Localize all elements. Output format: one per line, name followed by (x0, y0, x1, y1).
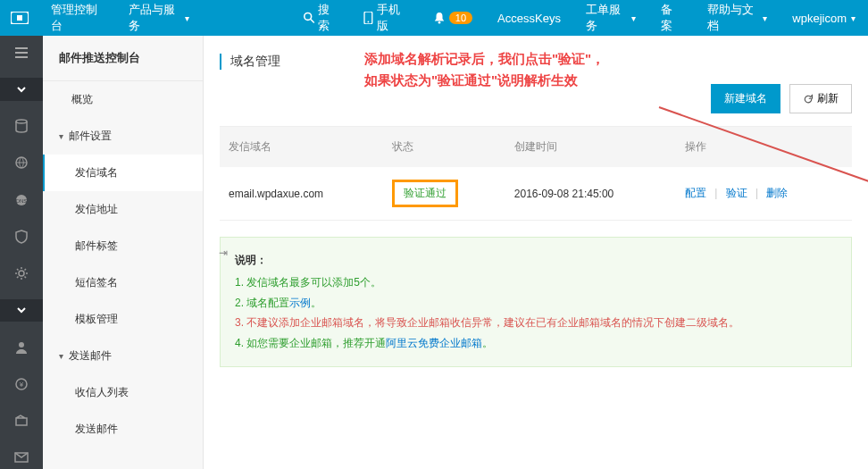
iconbar-gear[interactable] (0, 263, 43, 285)
bell-icon (433, 12, 446, 24)
svg-line-3 (311, 20, 314, 23)
global-iconbar: DNS ¥ (0, 36, 43, 469)
svg-point-12 (19, 342, 24, 348)
nav-help-label: 帮助与文档 (707, 2, 759, 34)
nav-accesskeys[interactable]: AccessKeys (485, 0, 573, 36)
sidebar-item-sender-address[interactable]: 发信地址 (43, 191, 203, 228)
notice-panel: ⇥ 说明： 1. 发信域名最多可以添加5个。 2. 域名配置示例。 3. 不建议… (220, 237, 852, 367)
page-title: 域名管理 (220, 54, 280, 70)
caret-down-icon: ▾ (851, 13, 855, 23)
nav-products-label: 产品与服务 (129, 2, 180, 34)
sidebar-item-sender-domain[interactable]: 发信域名 (43, 155, 203, 191)
iconbar-shield[interactable] (0, 225, 43, 247)
svg-text:DNS: DNS (16, 198, 28, 204)
nav-search-label: 搜索 (318, 2, 338, 34)
th-created: 创建时间 (505, 127, 676, 168)
main-content: 域名管理 添加域名解析记录后，我们点击"验证"， 如果状态为"验证通过"说明解析… (204, 36, 868, 469)
svg-point-5 (368, 21, 370, 23)
nav-user[interactable]: wpkejicom▾ (780, 0, 868, 36)
notice-line-2: 2. 域名配置示例。 (235, 293, 837, 314)
op-config[interactable]: 配置 (685, 187, 706, 199)
sidebar-item-template[interactable]: 模板管理 (43, 301, 203, 338)
sidebar-item-sms-sign[interactable]: 短信签名 (43, 264, 203, 301)
cell-domain: email.wpdaxue.com (220, 167, 383, 221)
op-verify[interactable]: 验证 (726, 187, 747, 199)
sidebar-item-mail-settings[interactable]: ▾邮件设置 (43, 118, 203, 155)
phone-icon (363, 12, 373, 24)
status-badge: 验证通过 (392, 180, 458, 207)
cell-created: 2016-09-08 21:45:00 (505, 167, 676, 221)
sidebar-item-recipient-list[interactable]: 收信人列表 (43, 374, 203, 411)
domain-table: 发信域名 状态 创建时间 操作 email.wpdaxue.com 验证通过 2… (220, 126, 852, 221)
caret-down-icon: ▾ (59, 351, 63, 361)
sidebar-item-send-mail-sub[interactable]: 发送邮件 (43, 411, 203, 448)
nav-help[interactable]: 帮助与文档▾ (695, 0, 780, 36)
op-delete[interactable]: 删除 (766, 187, 788, 199)
search-icon (304, 12, 315, 24)
notice-example-link[interactable]: 示例 (289, 297, 311, 309)
sidebar-item-mail-tag[interactable]: 邮件标签 (43, 228, 203, 264)
nav-beian[interactable]: 备案 (648, 0, 695, 36)
annotation-overlay: 添加域名解析记录后，我们点击"验证"， 如果状态为"验证通过"说明解析生效 (364, 48, 605, 91)
refresh-icon (803, 94, 814, 105)
notice-line-3: 3. 不建议添加企业邮箱域名，将导致企业邮箱收信异常，建议在已有企业邮箱域名的情… (235, 313, 837, 333)
iconbar-user[interactable] (0, 336, 43, 358)
sidebar-title: 邮件推送控制台 (43, 36, 203, 81)
notice-aliyun-link[interactable]: 阿里云免费企业邮箱 (386, 337, 482, 349)
nav-notifications[interactable]: 10 (421, 0, 485, 36)
table-row: email.wpdaxue.com 验证通过 2016-09-08 21:45:… (220, 167, 852, 221)
nav-user-label: wpkejicom (792, 12, 847, 25)
iconbar-collapse[interactable] (0, 78, 43, 100)
caret-down-icon: ▾ (763, 13, 767, 23)
caret-down-icon: ▾ (631, 13, 636, 23)
new-domain-button[interactable]: 新建域名 (711, 84, 780, 113)
nav-tickets[interactable]: 工单服务▾ (573, 0, 648, 36)
nav-mobile-label: 手机版 (377, 2, 408, 34)
caret-down-icon: ▾ (59, 131, 63, 141)
sidebar-item-send-mail[interactable]: ▾发送邮件 (43, 338, 203, 374)
th-ops: 操作 (676, 127, 852, 168)
th-status: 状态 (383, 127, 505, 168)
th-domain: 发信域名 (220, 127, 383, 168)
iconbar-menu[interactable] (0, 41, 43, 63)
notif-badge: 10 (449, 12, 472, 24)
refresh-button[interactable]: 刷新 (789, 84, 852, 113)
iconbar-globe[interactable] (0, 152, 43, 174)
svg-point-7 (16, 120, 27, 123)
nav-mobile[interactable]: 手机版 (351, 0, 420, 36)
svg-point-6 (438, 21, 441, 24)
sidebar: 邮件推送控制台 概览 ▾邮件设置 发信域名 发信地址 邮件标签 短信签名 模板管… (43, 36, 204, 469)
iconbar-yen[interactable]: ¥ (0, 373, 43, 395)
iconbar-mail[interactable] (0, 447, 43, 469)
iconbar-dns[interactable]: DNS (0, 188, 43, 211)
logo[interactable] (0, 0, 38, 36)
notice-line-4: 4. 如您需要企业邮箱，推荐开通阿里云免费企业邮箱。 (235, 333, 837, 354)
notice-toggle[interactable]: ⇥ (219, 243, 228, 264)
svg-rect-1 (17, 15, 22, 21)
nav-products[interactable]: 产品与服务▾ (116, 0, 202, 36)
iconbar-expand-2[interactable] (0, 299, 43, 322)
notice-line-1: 1. 发信域名最多可以添加5个。 (235, 272, 837, 293)
svg-point-2 (305, 13, 312, 21)
caret-down-icon: ▾ (185, 13, 189, 23)
svg-text:¥: ¥ (19, 381, 24, 389)
iconbar-db[interactable] (0, 115, 43, 138)
nav-tickets-label: 工单服务 (586, 2, 627, 34)
svg-point-11 (19, 271, 24, 276)
notice-title: 说明： (235, 250, 837, 271)
iconbar-wallet[interactable] (0, 410, 43, 432)
nav-console[interactable]: 管理控制台 (38, 0, 116, 36)
nav-search[interactable]: 搜索 (291, 0, 351, 36)
sidebar-item-overview[interactable]: 概览 (43, 81, 203, 118)
